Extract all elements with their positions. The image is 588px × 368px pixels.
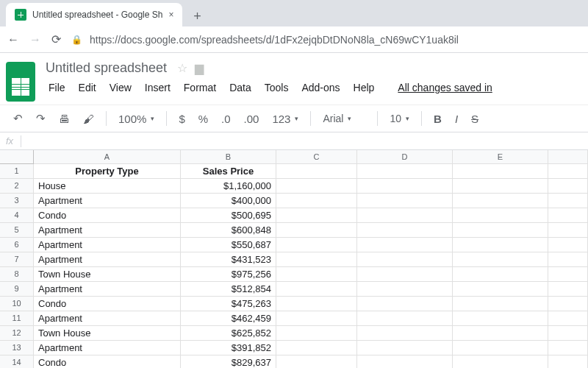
cell[interactable] (453, 223, 548, 238)
increase-decimal-button[interactable]: .00 (240, 110, 264, 128)
close-tab-icon[interactable]: × (168, 10, 173, 20)
menu-insert[interactable]: Insert (139, 79, 176, 96)
menu-tools[interactable]: Tools (259, 79, 295, 96)
cell[interactable]: Condo (34, 208, 181, 223)
row-header[interactable]: 12 (0, 326, 34, 341)
menu-addons[interactable]: Add-ons (295, 79, 345, 96)
sheets-logo-icon[interactable] (6, 62, 35, 102)
cell[interactable] (357, 252, 453, 267)
cell[interactable] (548, 355, 588, 368)
spreadsheet-grid[interactable]: ABCDE1Property TypeSales Price2House$1,1… (0, 150, 588, 368)
formula-input[interactable] (29, 132, 582, 149)
menu-edit[interactable]: Edit (73, 79, 102, 96)
cell[interactable] (357, 223, 453, 238)
cell[interactable] (453, 311, 548, 326)
cell[interactable] (548, 179, 588, 194)
doc-title[interactable]: Untitled spreadsheet (43, 59, 170, 77)
row-header[interactable]: 6 (0, 238, 34, 252)
cell[interactable]: Property Type (34, 164, 181, 179)
cell[interactable] (276, 326, 357, 341)
folder-icon[interactable]: ▆ (195, 61, 204, 75)
row-header[interactable]: 3 (0, 194, 34, 208)
menu-data[interactable]: Data (223, 79, 257, 96)
cell[interactable] (453, 238, 548, 252)
cell[interactable]: $975,256 (181, 267, 276, 282)
column-header[interactable]: D (357, 150, 453, 164)
cell[interactable] (548, 311, 588, 326)
select-all-corner[interactable] (0, 150, 34, 164)
cell[interactable]: $462,459 (181, 311, 276, 326)
cell[interactable] (276, 194, 357, 208)
cell[interactable] (548, 238, 588, 252)
row-header[interactable]: 10 (0, 297, 34, 311)
cell[interactable]: Apartment (34, 311, 181, 326)
cell[interactable] (453, 164, 548, 179)
cell[interactable]: $625,852 (181, 326, 276, 341)
column-header[interactable]: B (181, 150, 276, 164)
save-status[interactable]: All changes saved in (392, 79, 498, 96)
cell[interactable]: Apartment (34, 223, 181, 238)
cell[interactable]: Apartment (34, 282, 181, 297)
row-header[interactable]: 7 (0, 252, 34, 267)
cell[interactable] (276, 208, 357, 223)
cell[interactable] (357, 164, 453, 179)
cell[interactable]: $512,854 (181, 282, 276, 297)
cell[interactable]: $600,848 (181, 223, 276, 238)
row-header[interactable]: 2 (0, 179, 34, 194)
cell[interactable]: Town House (34, 326, 181, 341)
star-icon[interactable]: ☆ (177, 61, 187, 75)
cell[interactable] (548, 282, 588, 297)
cell[interactable]: Apartment (34, 238, 181, 252)
cell[interactable] (276, 252, 357, 267)
cell[interactable] (453, 355, 548, 368)
cell[interactable] (453, 208, 548, 223)
cell[interactable] (276, 179, 357, 194)
cell[interactable] (453, 267, 548, 282)
row-header[interactable]: 11 (0, 311, 34, 326)
cell[interactable] (357, 179, 453, 194)
menu-help[interactable]: Help (348, 79, 381, 96)
cell[interactable] (548, 297, 588, 311)
cell[interactable]: $475,263 (181, 297, 276, 311)
font-select[interactable]: Arial (318, 110, 370, 127)
cell[interactable] (357, 341, 453, 355)
cell[interactable] (357, 297, 453, 311)
cell[interactable] (357, 194, 453, 208)
cell[interactable] (276, 341, 357, 355)
row-header[interactable]: 5 (0, 223, 34, 238)
column-header[interactable]: C (276, 150, 357, 164)
cell[interactable] (453, 297, 548, 311)
cell[interactable] (276, 267, 357, 282)
cell[interactable] (548, 164, 588, 179)
cell[interactable] (548, 208, 588, 223)
cell[interactable] (357, 282, 453, 297)
cell[interactable]: $431,523 (181, 252, 276, 267)
cell[interactable]: $550,687 (181, 238, 276, 252)
cell[interactable]: Sales Price (181, 164, 276, 179)
cell[interactable] (548, 194, 588, 208)
currency-button[interactable]: $ (174, 110, 189, 128)
cell[interactable] (276, 311, 357, 326)
cell[interactable] (357, 267, 453, 282)
cell[interactable] (453, 341, 548, 355)
redo-button[interactable]: ↷ (32, 109, 50, 128)
menu-file[interactable]: File (43, 79, 71, 96)
cell[interactable] (357, 311, 453, 326)
column-header[interactable]: A (34, 150, 181, 164)
row-header[interactable]: 8 (0, 267, 34, 282)
cell[interactable]: Apartment (34, 341, 181, 355)
cell[interactable] (548, 223, 588, 238)
undo-button[interactable]: ↶ (9, 109, 27, 128)
cell[interactable] (357, 326, 453, 341)
cell[interactable] (357, 208, 453, 223)
back-button[interactable]: ← (7, 33, 19, 46)
cell[interactable]: $829,637 (181, 355, 276, 368)
cell[interactable] (453, 326, 548, 341)
cell[interactable]: $391,852 (181, 341, 276, 355)
italic-button[interactable]: I (451, 110, 462, 128)
decrease-decimal-button[interactable]: .0 (217, 110, 235, 128)
cell[interactable]: $400,000 (181, 194, 276, 208)
reload-button[interactable]: ⟳ (51, 32, 61, 46)
cell[interactable]: Condo (34, 355, 181, 368)
cell[interactable] (276, 297, 357, 311)
